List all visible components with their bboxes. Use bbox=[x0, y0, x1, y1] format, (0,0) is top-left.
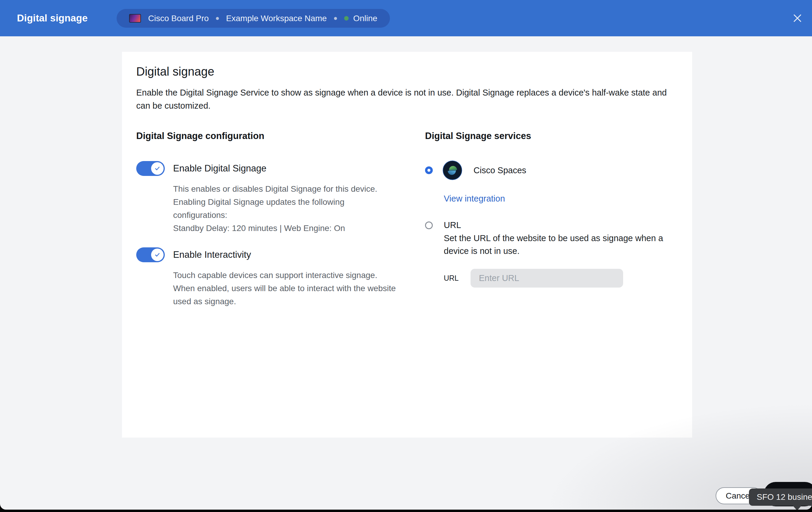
url-input[interactable] bbox=[470, 269, 623, 288]
url-option-description: Set the URL of the website to be used as… bbox=[444, 232, 678, 258]
workspace-name: Example Workspace Name bbox=[226, 14, 327, 23]
tooltip: SFO 12 busines bbox=[749, 488, 812, 506]
url-radio[interactable] bbox=[425, 221, 433, 229]
separator-dot-icon bbox=[216, 17, 219, 20]
online-status-icon bbox=[344, 16, 349, 21]
configuration-column: Digital Signage configuration Enable Dig… bbox=[136, 131, 425, 308]
app-window: Digital signage Cisco Board Pro Example … bbox=[0, 0, 812, 512]
check-icon bbox=[154, 165, 161, 172]
url-option-row: URL bbox=[425, 220, 678, 230]
toggle-label: Enable Digital Signage bbox=[173, 163, 266, 174]
device-context-pill[interactable]: Cisco Board Pro Example Workspace Name O… bbox=[117, 9, 390, 28]
digital-signage-panel: Digital signage Enable the Digital Signa… bbox=[122, 52, 692, 438]
enable-digital-signage-toggle[interactable] bbox=[136, 161, 165, 176]
check-icon bbox=[154, 251, 161, 259]
enable-interactivity-row: Enable Interactivity bbox=[136, 247, 425, 262]
panel-title: Digital signage bbox=[136, 65, 678, 78]
toggle-knob bbox=[151, 248, 164, 261]
page-surface: Digital signage Cisco Board Pro Example … bbox=[0, 0, 812, 510]
enable-interactivity-toggle[interactable] bbox=[136, 247, 165, 262]
close-icon[interactable] bbox=[790, 11, 805, 26]
status-badge: Online bbox=[353, 14, 377, 23]
panel-description: Enable the Digital Signage Service to sh… bbox=[136, 86, 672, 112]
toggle-description: Touch capable devices can support intera… bbox=[173, 269, 400, 308]
option-label: URL bbox=[444, 220, 461, 230]
cisco-spaces-option-row: Cisco Spaces bbox=[425, 160, 678, 180]
url-input-row: URL bbox=[444, 269, 678, 288]
device-name: Cisco Board Pro bbox=[148, 14, 209, 23]
page-title: Digital signage bbox=[17, 0, 88, 36]
url-input-label: URL bbox=[444, 274, 459, 282]
enable-digital-signage-row: Enable Digital Signage bbox=[136, 161, 425, 176]
view-integration-link[interactable]: View integration bbox=[444, 194, 505, 204]
configuration-section-title: Digital Signage configuration bbox=[136, 131, 425, 141]
device-board-icon bbox=[129, 14, 141, 23]
option-label: Cisco Spaces bbox=[473, 165, 526, 175]
toggle-config-line: Standby Delay: 120 minutes | Web Engine:… bbox=[173, 222, 400, 235]
tooltip-caret-icon bbox=[792, 505, 802, 510]
services-section-title: Digital Signage services bbox=[425, 131, 678, 141]
header-bar: Digital signage Cisco Board Pro Example … bbox=[0, 0, 812, 36]
toggle-label: Enable Interactivity bbox=[173, 249, 251, 260]
separator-dot-icon bbox=[334, 17, 337, 20]
cisco-spaces-radio[interactable] bbox=[425, 166, 433, 174]
toggle-description: This enables or disables Digital Signage… bbox=[173, 183, 400, 222]
services-column: Digital Signage services bbox=[425, 131, 678, 308]
cisco-spaces-logo-icon bbox=[442, 160, 462, 180]
toggle-knob bbox=[151, 162, 164, 175]
